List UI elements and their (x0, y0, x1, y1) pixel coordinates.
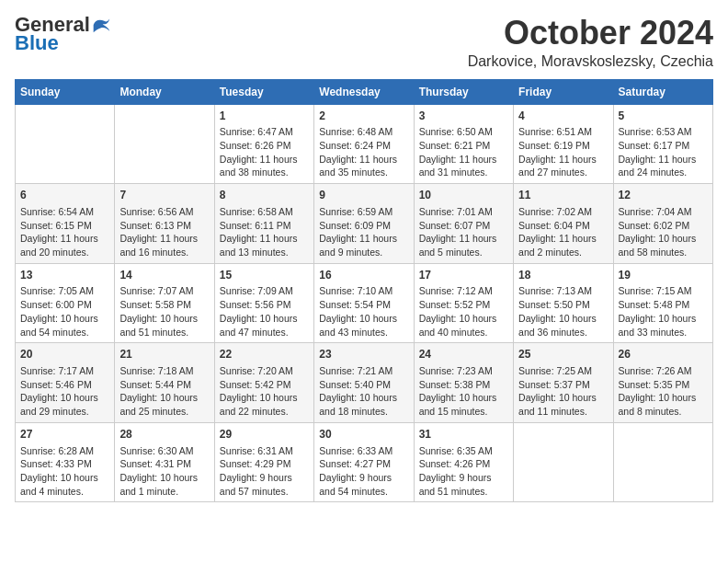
day-number: 10 (419, 188, 508, 203)
day-number: 13 (20, 268, 109, 283)
calendar-cell: 8Sunrise: 6:58 AM Sunset: 6:11 PM Daylig… (214, 184, 313, 264)
calendar-cell: 19Sunrise: 7:15 AM Sunset: 5:48 PM Dayli… (613, 263, 712, 343)
calendar-cell: 2Sunrise: 6:48 AM Sunset: 6:24 PM Daylig… (314, 104, 414, 184)
day-number: 15 (220, 268, 309, 283)
day-number: 21 (119, 347, 209, 362)
calendar-cell: 10Sunrise: 7:01 AM Sunset: 6:07 PM Dayli… (414, 184, 513, 264)
calendar-cell: 9Sunrise: 6:59 AM Sunset: 6:09 PM Daylig… (314, 184, 414, 264)
calendar-cell: 16Sunrise: 7:10 AM Sunset: 5:54 PM Dayli… (314, 263, 414, 343)
calendar-cell: 3Sunrise: 6:50 AM Sunset: 6:21 PM Daylig… (414, 104, 513, 184)
calendar-cell: 1Sunrise: 6:47 AM Sunset: 6:26 PM Daylig… (214, 104, 313, 184)
calendar-cell: 20Sunrise: 7:17 AM Sunset: 5:46 PM Dayli… (16, 343, 115, 423)
calendar-cell: 21Sunrise: 7:18 AM Sunset: 5:44 PM Dayli… (115, 343, 214, 423)
day-info: Sunrise: 6:51 AM Sunset: 6:19 PM Dayligh… (518, 125, 608, 179)
calendar-cell: 26Sunrise: 7:26 AM Sunset: 5:35 PM Dayli… (613, 343, 712, 423)
calendar-cell: 23Sunrise: 7:21 AM Sunset: 5:40 PM Dayli… (314, 343, 414, 423)
day-info: Sunrise: 7:10 AM Sunset: 5:54 PM Dayligh… (319, 284, 408, 339)
day-number: 6 (20, 188, 109, 203)
day-info: Sunrise: 7:02 AM Sunset: 6:04 PM Dayligh… (518, 205, 608, 259)
calendar-week-row: 13Sunrise: 7:05 AM Sunset: 6:00 PM Dayli… (16, 263, 713, 343)
day-number: 14 (119, 268, 209, 283)
day-number: 30 (319, 427, 408, 442)
calendar-cell: 6Sunrise: 6:54 AM Sunset: 6:15 PM Daylig… (16, 184, 115, 264)
calendar-cell: 18Sunrise: 7:13 AM Sunset: 5:50 PM Dayli… (514, 263, 613, 343)
calendar-cell: 27Sunrise: 6:28 AM Sunset: 4:33 PM Dayli… (16, 422, 115, 502)
day-info: Sunrise: 7:15 AM Sunset: 5:48 PM Dayligh… (619, 284, 708, 339)
calendar-cell (115, 104, 214, 184)
day-info: Sunrise: 7:21 AM Sunset: 5:40 PM Dayligh… (319, 364, 408, 419)
day-number: 8 (220, 188, 309, 203)
day-info: Sunrise: 7:04 AM Sunset: 6:02 PM Dayligh… (619, 205, 708, 259)
day-number: 3 (419, 109, 508, 124)
day-info: Sunrise: 6:50 AM Sunset: 6:21 PM Dayligh… (419, 125, 508, 179)
day-info: Sunrise: 7:05 AM Sunset: 6:00 PM Dayligh… (20, 284, 109, 339)
day-info: Sunrise: 6:35 AM Sunset: 4:26 PM Dayligh… (419, 444, 508, 499)
day-info: Sunrise: 6:56 AM Sunset: 6:13 PM Dayligh… (119, 205, 209, 259)
month-title: October 2024 (468, 15, 713, 52)
day-number: 1 (220, 109, 309, 124)
calendar-cell: 28Sunrise: 6:30 AM Sunset: 4:31 PM Dayli… (115, 422, 214, 502)
calendar-cell: 14Sunrise: 7:07 AM Sunset: 5:58 PM Dayli… (115, 263, 214, 343)
day-info: Sunrise: 7:13 AM Sunset: 5:50 PM Dayligh… (518, 284, 608, 339)
calendar-body: 1Sunrise: 6:47 AM Sunset: 6:26 PM Daylig… (16, 104, 713, 502)
subtitle: Darkovice, Moravskoslezsky, Czechia (468, 53, 713, 70)
calendar-cell (16, 104, 115, 184)
day-number: 11 (518, 188, 608, 203)
day-info: Sunrise: 7:12 AM Sunset: 5:52 PM Dayligh… (419, 284, 508, 339)
calendar-table: SundayMondayTuesdayWednesdayThursdayFrid… (15, 79, 713, 503)
day-info: Sunrise: 7:20 AM Sunset: 5:42 PM Dayligh… (220, 364, 309, 419)
calendar-cell: 7Sunrise: 6:56 AM Sunset: 6:13 PM Daylig… (115, 184, 214, 264)
logo-bird-icon (92, 17, 110, 33)
day-number: 23 (319, 347, 408, 362)
calendar-cell: 31Sunrise: 6:35 AM Sunset: 4:26 PM Dayli… (414, 422, 513, 502)
day-info: Sunrise: 6:33 AM Sunset: 4:27 PM Dayligh… (319, 444, 408, 499)
calendar-cell: 25Sunrise: 7:25 AM Sunset: 5:37 PM Dayli… (514, 343, 613, 423)
day-number: 18 (518, 268, 608, 283)
day-number: 22 (220, 347, 309, 362)
column-header-monday: Monday (115, 79, 214, 104)
day-number: 4 (518, 109, 608, 124)
day-info: Sunrise: 6:54 AM Sunset: 6:15 PM Dayligh… (20, 205, 109, 259)
calendar-cell: 30Sunrise: 6:33 AM Sunset: 4:27 PM Dayli… (314, 422, 414, 502)
day-number: 24 (419, 347, 508, 362)
calendar-header-row: SundayMondayTuesdayWednesdayThursdayFrid… (16, 79, 713, 104)
calendar-cell: 29Sunrise: 6:31 AM Sunset: 4:29 PM Dayli… (214, 422, 313, 502)
calendar-week-row: 1Sunrise: 6:47 AM Sunset: 6:26 PM Daylig… (16, 104, 713, 184)
day-number: 29 (220, 427, 309, 442)
day-number: 26 (619, 347, 708, 362)
day-info: Sunrise: 7:01 AM Sunset: 6:07 PM Dayligh… (419, 205, 508, 259)
day-info: Sunrise: 6:48 AM Sunset: 6:24 PM Dayligh… (319, 125, 408, 179)
day-number: 31 (419, 427, 508, 442)
day-number: 7 (119, 188, 209, 203)
day-number: 27 (20, 427, 109, 442)
day-number: 17 (419, 268, 508, 283)
day-info: Sunrise: 6:58 AM Sunset: 6:11 PM Dayligh… (220, 205, 309, 259)
calendar-cell: 5Sunrise: 6:53 AM Sunset: 6:17 PM Daylig… (613, 104, 712, 184)
column-header-sunday: Sunday (16, 79, 115, 104)
column-header-tuesday: Tuesday (214, 79, 313, 104)
calendar-cell: 24Sunrise: 7:23 AM Sunset: 5:38 PM Dayli… (414, 343, 513, 423)
day-number: 28 (119, 427, 209, 442)
day-number: 19 (619, 268, 708, 283)
calendar-week-row: 20Sunrise: 7:17 AM Sunset: 5:46 PM Dayli… (16, 343, 713, 423)
column-header-wednesday: Wednesday (314, 79, 414, 104)
calendar-cell: 17Sunrise: 7:12 AM Sunset: 5:52 PM Dayli… (414, 263, 513, 343)
day-info: Sunrise: 7:26 AM Sunset: 5:35 PM Dayligh… (619, 364, 708, 419)
calendar-cell (613, 422, 712, 502)
day-info: Sunrise: 7:23 AM Sunset: 5:38 PM Dayligh… (419, 364, 508, 419)
day-info: Sunrise: 6:53 AM Sunset: 6:17 PM Dayligh… (619, 125, 708, 179)
day-number: 12 (619, 188, 708, 203)
day-number: 20 (20, 347, 109, 362)
column-header-friday: Friday (514, 79, 613, 104)
calendar-cell: 4Sunrise: 6:51 AM Sunset: 6:19 PM Daylig… (514, 104, 613, 184)
logo-blue-text: Blue (15, 31, 59, 55)
day-number: 25 (518, 347, 608, 362)
day-number: 2 (319, 109, 408, 124)
day-info: Sunrise: 6:30 AM Sunset: 4:31 PM Dayligh… (119, 444, 209, 499)
calendar-cell: 11Sunrise: 7:02 AM Sunset: 6:04 PM Dayli… (514, 184, 613, 264)
day-number: 16 (319, 268, 408, 283)
day-info: Sunrise: 7:25 AM Sunset: 5:37 PM Dayligh… (518, 364, 608, 419)
day-info: Sunrise: 6:59 AM Sunset: 6:09 PM Dayligh… (319, 205, 408, 259)
title-block: October 2024 Darkovice, Moravskoslezsky,… (468, 15, 713, 70)
day-info: Sunrise: 7:07 AM Sunset: 5:58 PM Dayligh… (119, 284, 209, 339)
